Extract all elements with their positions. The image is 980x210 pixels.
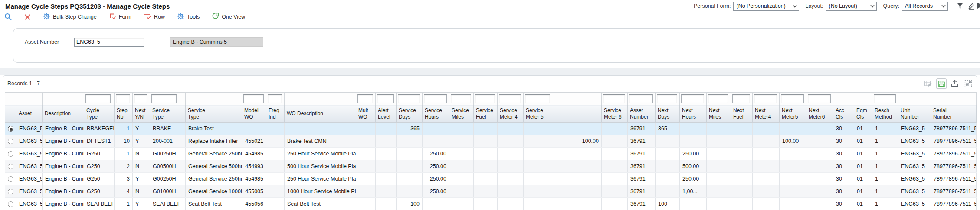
filter-input-asset_number[interactable] [629,94,653,103]
table-row[interactable]: ENG63_5Engine B - Cummins 5G2502NG00500H… [5,160,977,173]
cell-resch_method: 1 [872,123,898,135]
cell-service_meter5 [524,123,602,135]
filter-input-service_meter4[interactable] [499,94,521,103]
tools-menu-button[interactable]: Tools [177,13,200,21]
column-header-asset[interactable]: Asset [16,105,43,123]
column-header-unit_number[interactable]: Unit Number [898,105,931,123]
column-header-next_meter5[interactable]: Next Meter5 [780,105,806,123]
cell-service_hours: 250.00 [423,185,449,198]
table-row[interactable]: ENG63_5Engine B - Cummins 5DFTEST110Y200… [5,135,977,148]
asset-number-input[interactable] [74,38,144,47]
column-header-model_wo[interactable]: Model WO [242,105,266,123]
column-header-service_hours[interactable]: Service Hours [423,105,449,123]
filter-input-mult_wo[interactable] [357,94,373,103]
row-select-radio[interactable] [8,164,13,169]
cell-next_meter5: 100.00 [780,135,806,148]
bulk-step-change-button[interactable]: Bulk Step Change [43,13,97,21]
filter-input-service_type[interactable] [151,94,177,103]
row-menu-button[interactable]: Row [144,13,165,21]
detach-grid-icon[interactable] [963,78,973,89]
filter-input-next_meter4[interactable] [754,94,777,103]
filter-input-service_meter6[interactable] [603,94,625,103]
column-header-service_meter5[interactable]: Service Meter 5 [524,105,602,123]
query-select[interactable]: All Records [902,2,948,11]
filter-input-resch_method[interactable] [874,94,896,103]
table-row[interactable]: ENG63_5Engine B - Cummins 5G2501NG00250H… [5,148,977,160]
cell-service_days [397,148,423,160]
filter-input-next_hours[interactable] [681,94,704,103]
column-header-next_fuel[interactable]: Next Fuel [731,105,753,123]
filter-input-next_meter6[interactable] [808,94,831,103]
row-select-radio[interactable] [8,176,13,182]
row-select-radio[interactable] [8,151,13,157]
column-header-select[interactable] [5,105,16,123]
column-header-service_days[interactable]: Service Days [397,105,423,123]
column-header-resch_method[interactable]: Resch Method [872,105,898,123]
form-menu-button[interactable]: Form [109,13,131,21]
cell-serial_number: 78977896-7511_5 [931,198,977,210]
column-header-eqm_cls[interactable]: Eqm Cls [854,105,872,123]
column-header-acc_cls[interactable]: Acc Cls [833,105,854,123]
column-header-next_miles[interactable]: Next Miles [707,105,731,123]
close-button[interactable] [24,14,31,20]
cell-next_meter6 [806,198,833,210]
column-header-freq_ind[interactable]: Freq Ind [266,105,285,123]
filter-input-next_fuel[interactable] [732,94,750,103]
table-row[interactable]: ENG63_5Engine B - Cummins 5G2504NG01000H… [5,185,977,198]
filter-input-service_meter5[interactable] [525,94,550,103]
column-header-mult_wo[interactable]: Mult WO [356,105,376,123]
highlight-icon[interactable] [967,2,976,10]
personal-form-select[interactable]: (No Personalization) [733,2,799,11]
table-row[interactable]: ENG63_5Engine B - Cummins 5SEATBELT1YSEA… [5,198,977,210]
toolbar: Bulk Step Change Form Row Tools One View [0,11,980,23]
one-view-menu-button[interactable]: One View [212,13,245,21]
column-header-next_meter4[interactable]: Next Meter4 [753,105,780,123]
filter-input-next_yn[interactable] [134,94,147,103]
column-header-next_hours[interactable]: Next Hours [680,105,707,123]
row-select-radio[interactable] [8,189,13,194]
column-header-next_days[interactable]: Next Days [656,105,680,123]
column-header-alert_level[interactable]: Alert Level [376,105,397,123]
filter-input-step_no[interactable] [116,94,130,103]
filter-input-next_meter5[interactable] [781,94,804,103]
filter-input-service_days[interactable] [398,94,420,103]
filter-input-service_miles[interactable] [451,94,471,103]
row-select-radio[interactable] [8,139,13,144]
cell-next_meter6 [806,185,833,198]
column-header-service_miles[interactable]: Service Miles [449,105,474,123]
table-row[interactable]: ENG63_5Engine B - Cummins 5G2503YG00250H… [5,173,977,185]
filter-input-service_hours[interactable] [424,94,447,103]
cell-mult_wo [356,173,376,185]
row-select-radio[interactable] [8,201,13,207]
save-grid-icon[interactable] [936,78,947,89]
filter-input-service_fuel[interactable] [475,94,495,103]
column-header-step_no[interactable]: Step No [115,105,133,123]
filter-icon[interactable] [956,2,964,10]
layout-select[interactable]: (No Layout) [826,2,877,11]
column-header-asset_number[interactable]: Asset Number [628,105,656,123]
filter-input-freq_ind[interactable] [268,94,282,103]
find-button[interactable] [4,13,12,21]
column-header-service_type_desc[interactable]: Service Type [186,105,242,123]
column-header-next_yn[interactable]: Next Y/N [133,105,150,123]
side-panel-arrow-icon[interactable] [977,2,980,11]
filter-input-model_wo[interactable] [243,94,264,103]
column-header-service_type[interactable]: Service Type [150,105,186,123]
column-header-serial_number[interactable]: Serial Number [931,105,977,123]
column-header-service_meter4[interactable]: Service Meter 4 [498,105,524,123]
filter-input-alert_level[interactable] [377,94,394,103]
table-row[interactable]: ENG63_5Engine B - Cummins 5BRAKEGEN1YBRA… [5,123,977,135]
row-select-radio[interactable] [8,126,13,132]
column-header-next_meter6[interactable]: Next Meter6 [806,105,833,123]
customize-grid-icon[interactable] [923,78,933,89]
filter-input-next_miles[interactable] [708,94,728,103]
column-header-description[interactable]: Description [43,105,84,123]
column-header-wo_description[interactable]: WO Description [285,105,356,123]
column-header-service_fuel[interactable]: Service Fuel [474,105,498,123]
column-header-cycle_type[interactable]: Cycle Type [84,105,115,123]
column-header-service_meter6[interactable]: Service Meter 6 [602,105,628,123]
export-grid-icon[interactable] [950,78,960,89]
cell-step_no: 2 [115,160,133,173]
filter-input-next_days[interactable] [657,94,677,103]
filter-input-cycle_type[interactable] [85,94,111,103]
